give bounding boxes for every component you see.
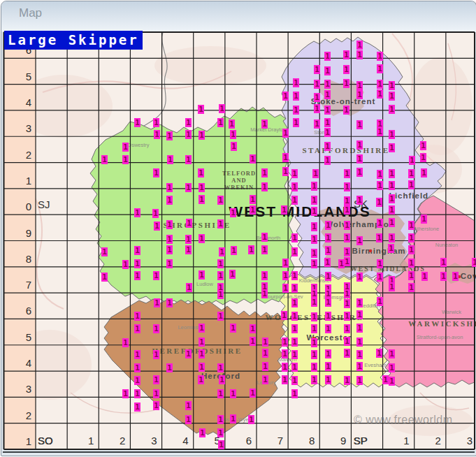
record-marker[interactable]: 1 [377,181,383,190]
record-marker[interactable]: 1 [153,375,159,384]
record-marker[interactable]: 1 [440,258,447,267]
record-marker[interactable]: 1 [134,312,140,321]
record-marker[interactable]: 1 [262,338,268,347]
record-marker[interactable]: 1 [356,236,363,245]
record-marker[interactable]: 1 [376,198,382,207]
record-marker[interactable]: 1 [389,194,395,203]
record-marker[interactable]: 1 [291,350,298,359]
record-marker[interactable]: 1 [217,196,224,205]
record-marker[interactable]: 1 [324,118,331,127]
record-marker[interactable]: 1 [311,259,317,268]
record-marker[interactable]: 1 [389,143,395,152]
record-marker[interactable]: 1 [134,208,140,217]
record-marker[interactable]: 1 [199,183,205,192]
record-marker[interactable]: 1 [291,233,298,242]
record-marker[interactable]: 1 [452,272,459,281]
record-marker[interactable]: 1 [377,127,383,136]
record-marker[interactable]: 1 [314,65,320,74]
record-marker[interactable]: 1 [152,209,159,218]
record-marker[interactable]: 1 [325,298,331,307]
record-marker[interactable]: 1 [325,233,331,242]
record-marker[interactable]: 1 [219,104,225,113]
record-marker[interactable]: 1 [325,246,331,255]
record-marker[interactable]: 1 [291,182,298,191]
record-marker[interactable]: 1 [229,119,235,129]
record-marker[interactable]: 1 [311,338,317,347]
record-marker[interactable]: 1 [311,249,317,258]
record-marker[interactable]: 1 [311,312,317,321]
record-marker[interactable]: 1 [376,233,382,242]
record-marker[interactable]: 1 [291,284,298,293]
record-marker[interactable]: 1 [408,271,414,280]
record-marker[interactable]: 1 [312,169,319,178]
record-marker[interactable]: 1 [325,349,331,358]
record-marker[interactable]: 1 [420,141,426,150]
record-marker[interactable]: 1 [229,270,236,279]
record-marker[interactable]: 1 [282,363,288,372]
record-marker[interactable]: 1 [324,258,331,267]
record-marker[interactable]: 1 [153,324,159,333]
record-marker[interactable]: 1 [344,233,350,242]
record-marker[interactable]: 1 [291,169,298,178]
record-marker[interactable]: 1 [377,52,383,61]
record-marker[interactable]: 1 [250,324,256,333]
distribution-map[interactable]: SHROPSHIRESTAFFORDSHIREHEREFORDSHIREWORC… [1,1,476,456]
record-marker[interactable]: 1 [311,235,317,244]
record-marker[interactable]: 1 [291,247,298,256]
record-marker[interactable]: 1 [377,219,383,228]
record-marker[interactable]: 1 [166,245,173,254]
record-marker[interactable]: 1 [311,350,317,359]
record-marker[interactable]: 1 [344,289,350,298]
record-marker[interactable]: 1 [282,284,289,293]
record-marker[interactable]: 1 [356,140,363,150]
record-marker[interactable]: 1 [134,259,140,268]
record-marker[interactable]: 1 [389,81,395,90]
record-marker[interactable]: 1 [344,247,350,256]
record-marker[interactable]: 1 [408,283,414,292]
record-marker[interactable]: 1 [356,41,363,50]
record-marker[interactable]: 1 [344,205,350,215]
record-marker[interactable]: 1 [282,349,288,358]
record-marker[interactable]: 1 [154,298,160,307]
record-marker[interactable]: 1 [356,362,363,371]
record-marker[interactable]: 1 [324,142,331,151]
record-marker[interactable]: 1 [389,92,395,101]
record-marker[interactable]: 1 [282,129,289,138]
record-marker[interactable]: 1 [230,414,236,423]
record-marker[interactable]: 1 [291,376,298,385]
record-marker[interactable]: 1 [356,168,363,177]
record-marker[interactable]: 1 [408,169,414,178]
record-marker[interactable]: 1 [291,389,298,398]
record-marker[interactable]: 1 [311,207,317,216]
record-marker[interactable]: 1 [250,195,256,204]
record-marker[interactable]: 1 [293,106,299,115]
record-marker[interactable]: 1 [409,156,415,165]
record-marker[interactable]: 1 [356,154,363,164]
record-marker[interactable]: 1 [261,289,268,298]
record-marker[interactable]: 1 [122,260,129,269]
record-marker[interactable]: 1 [314,80,320,89]
record-marker[interactable]: 1 [356,81,363,90]
record-marker[interactable]: 1 [282,271,289,280]
record-marker[interactable]: 1 [389,105,395,114]
record-marker[interactable]: 1 [261,119,268,129]
record-marker[interactable]: 1 [282,92,289,101]
record-marker[interactable]: 1 [325,362,331,371]
record-marker[interactable]: 1 [343,65,349,74]
record-marker[interactable]: 1 [356,50,363,59]
record-marker[interactable]: 1 [388,244,394,253]
species-title-selected-text[interactable]: Large Skipper [4,31,143,50]
record-marker[interactable]: 1 [389,233,395,242]
record-marker[interactable]: 1 [311,375,317,384]
record-marker[interactable]: 1 [389,363,395,372]
record-marker[interactable]: 1 [377,170,383,179]
record-marker[interactable]: 1 [472,258,476,267]
record-marker[interactable]: 1 [153,118,159,127]
record-marker[interactable]: 1 [217,259,224,268]
record-marker[interactable]: 1 [311,182,317,191]
record-marker[interactable]: 1 [421,272,428,281]
record-marker[interactable]: 1 [324,156,331,165]
record-marker[interactable]: 1 [389,349,395,358]
record-marker[interactable]: 1 [311,222,317,231]
record-marker[interactable]: 1 [154,222,160,231]
